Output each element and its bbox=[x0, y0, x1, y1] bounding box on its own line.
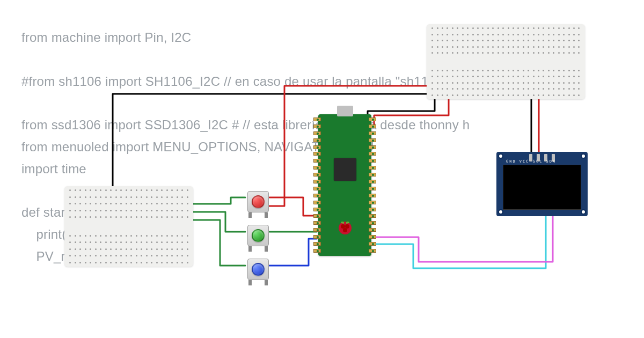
button-leg bbox=[265, 246, 268, 252]
rp2040-chip bbox=[334, 158, 356, 181]
raspberry-pi-logo-icon bbox=[337, 220, 353, 236]
code-line: PV_menu.draw() bbox=[21, 249, 134, 263]
push-button-green[interactable] bbox=[245, 223, 271, 248]
button-leg bbox=[248, 280, 252, 285]
button-leg bbox=[248, 246, 252, 252]
button-leg bbox=[265, 212, 268, 218]
svg-point-3 bbox=[343, 228, 347, 232]
svg-point-2 bbox=[345, 224, 349, 229]
usb-micro-icon bbox=[337, 106, 353, 116]
button-cap-green bbox=[252, 229, 265, 242]
button-cap-red bbox=[252, 195, 265, 208]
button-leg bbox=[248, 212, 252, 218]
svg-point-1 bbox=[341, 224, 345, 229]
code-line: from ssd1306 import SSD1306_I2C # // est… bbox=[21, 117, 470, 132]
push-button-red[interactable] bbox=[245, 189, 271, 215]
button-leg bbox=[265, 280, 268, 285]
oled-screen bbox=[503, 165, 581, 210]
code-line: import time bbox=[21, 161, 86, 176]
mount-hole-icon bbox=[581, 153, 586, 159]
raspberry-pi-pico[interactable] bbox=[314, 110, 376, 260]
code-line: #from sh1106 import SH1106_I2C // en cas… bbox=[21, 74, 478, 89]
code-line: from machine import Pin, I2C bbox=[21, 30, 191, 45]
mount-hole-icon bbox=[581, 209, 586, 215]
code-line: print("PV inicio") bbox=[21, 227, 131, 241]
mount-hole-icon bbox=[498, 209, 503, 215]
oled-pin-labels: GND VCC SCL SDA bbox=[506, 159, 556, 164]
pico-pins-right bbox=[369, 117, 376, 253]
mount-hole-icon bbox=[498, 153, 503, 159]
button-cap-blue bbox=[252, 263, 265, 276]
pico-pins-left bbox=[313, 117, 321, 253]
code-line: def start_PV(): bbox=[21, 205, 106, 219]
push-button-blue[interactable] bbox=[245, 256, 271, 282]
oled-ssd1306[interactable]: GND VCC SCL SDA bbox=[496, 152, 588, 216]
